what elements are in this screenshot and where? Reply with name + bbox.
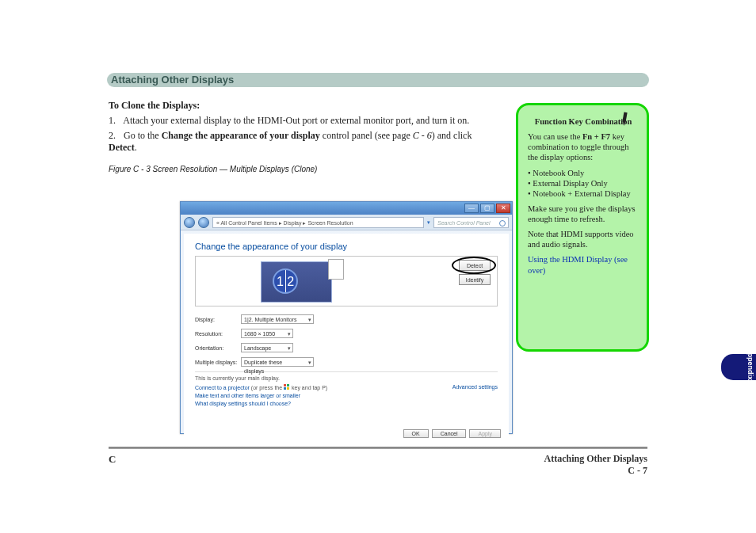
window-content: Change the appearance of your display 1 … [184,234,509,443]
breadcrumb[interactable]: « All Control Panel Items ▸ Display ▸ Sc… [212,217,424,228]
search-input[interactable]: Search Control Panel [433,217,509,228]
advanced-settings-link[interactable]: Advanced settings [452,384,498,390]
note-callout-box: Function Key Combination You can use the… [516,103,649,352]
footer-rule [109,447,647,449]
step-2: 2. Go to the Change the appearance of yo… [109,130,497,154]
footer-left-marker: C [109,453,116,466]
orientation-label: Orientation: [195,345,241,351]
identify-button[interactable]: Identify [459,274,491,285]
search-placeholder: Search Control Panel [437,220,491,226]
main-display-note: This is currently your main display. [195,375,498,381]
close-button[interactable]: ✕ [496,204,510,213]
note-key-combo: Fn + F7 [582,132,610,141]
footer-right-title: Attaching Other Displays [544,453,647,465]
apply-button[interactable]: Apply [469,429,501,438]
section-header-text: Attaching Other Displays [111,74,234,86]
note-p2: Make sure you give the displays enough t… [528,204,639,224]
titlebar: — ▢ ✕ [181,202,512,215]
step-1: 1. Attach your external display to the H… [109,115,497,127]
display-preview: 1 2 Detect Identify [195,256,498,306]
detect-button[interactable]: Detect [459,260,491,271]
steps-heading: To Clone the Displays: [109,100,497,112]
step-2-pageref: C - 6 [413,130,432,141]
resolution-select[interactable]: 1680 × 1050 [241,329,293,338]
note-hdmi-link[interactable]: Using the HDMI Display (see over) [528,255,628,274]
projector-link-text: Connect to a projector [195,385,250,390]
minimize-button[interactable]: — [464,204,479,213]
content-heading: Change the appearance of your display [195,242,498,251]
resolution-label: Resolution: [195,331,241,337]
multiple-displays-select[interactable]: Duplicate these displays [241,357,314,367]
separator [195,371,498,372]
step-1-number: 1. [109,115,121,127]
note-bullet-1: • Notebook Only [528,168,639,178]
orientation-select[interactable]: Landscape [241,343,293,352]
windows-key-icon [284,384,290,390]
step-2-bold-a: Change the appearance of your display [162,130,320,141]
multiple-displays-label: Multiple displays: [195,360,241,365]
note-p3: Note that HDMI supports video and audio … [528,229,639,249]
step-2-number: 2. [109,130,121,142]
note-bullet-2: • External Display Only [528,178,639,188]
breadcrumb-dropdown-icon[interactable]: ▾ [427,219,430,226]
which-settings-link[interactable]: What display settings should I choose? [195,401,498,406]
screen-resolution-window: — ▢ ✕ « All Control Panel Items ▸ Displa… [180,201,513,434]
step-2-text-d: . [135,142,137,153]
side-tab-label: Appendix [746,348,754,395]
ok-button[interactable]: OK [403,429,429,438]
dialog-button-row: OK Cancel Apply [403,429,501,438]
step-2-bold-b: Detect [109,142,135,153]
figure-label: Figure C - 3 Screen Resolution — Multipl… [109,165,497,175]
orientation-row: Orientation: Landscape [195,343,498,352]
note-p1a: You can use the [528,132,582,141]
multiple-displays-row: Multiple displays: Duplicate these displ… [195,357,498,367]
nav-forward-icon[interactable] [198,217,209,228]
resolution-row: Resolution: 1680 × 1050 [195,329,498,338]
section-header-bar: Attaching Other Displays [107,73,649,87]
maximize-button[interactable]: ▢ [480,204,494,213]
projector-link-end: key and tap P) [290,385,327,390]
note-bullet-3: • Notebook + External Display [528,188,639,199]
step-1-text: Attach your external display to the HDMI… [123,115,469,126]
step-2-text-b: control panel (see page [320,130,413,141]
display-select[interactable]: 1|2. Multiple Monitors [241,314,314,324]
display-row: Display: 1|2. Multiple Monitors [195,314,498,324]
footer-right: Attaching Other Displays C - 7 [544,453,647,477]
text-size-link[interactable]: Make text and other items larger or smal… [195,393,498,398]
monitor-graphic[interactable]: 1 2 [261,261,332,303]
nav-back-icon[interactable] [184,217,195,228]
side-thumb-tab: Appendix [721,354,756,380]
display-label: Display: [195,317,241,322]
step-2-text-a: Go to the [124,130,162,141]
footer-right-page: C - 7 [544,465,647,477]
cancel-button[interactable]: Cancel [432,429,467,438]
instruction-text: To Clone the Displays: 1. Attach your ex… [109,100,497,175]
monitor-mini-icon [328,259,344,280]
monitor-divider [285,270,286,292]
address-bar: « All Control Panel Items ▸ Display ▸ Sc… [181,215,512,230]
projector-link-mid: (or press the [250,385,284,390]
step-2-text-c: ) and click [432,130,472,141]
